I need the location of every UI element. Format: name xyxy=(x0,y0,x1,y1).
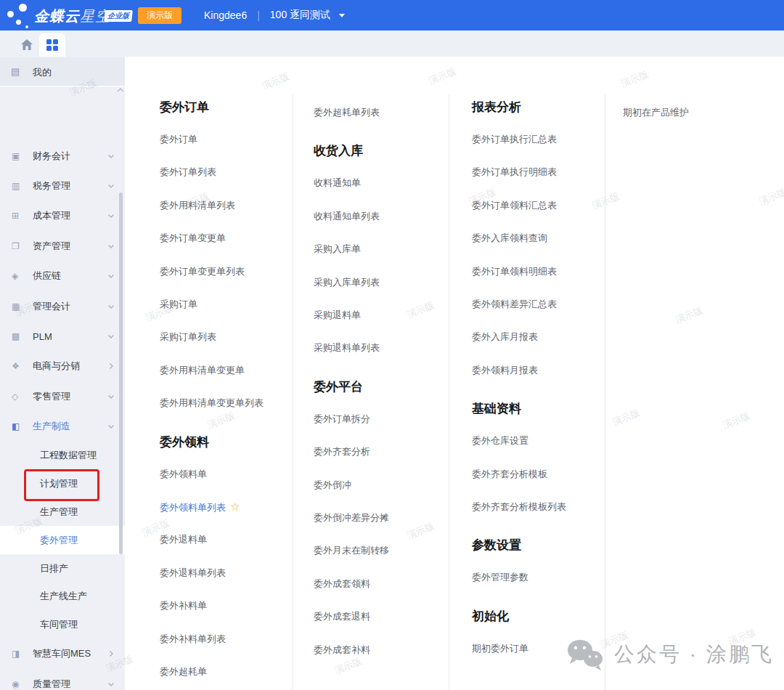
menu-item[interactable]: 委外补料单 xyxy=(160,598,207,613)
menu-item-label: 期初在产品维护 xyxy=(623,107,689,118)
menu-item[interactable]: 委外超耗单列表 xyxy=(314,105,380,120)
menu-item[interactable]: 委外补料单列表 xyxy=(160,632,226,646)
menu-item-label: 期初委外订单 xyxy=(472,643,528,654)
sidebar-subitem[interactable]: 工程数据管理 xyxy=(0,442,125,470)
menu-item-label: 委外仓库设置 xyxy=(472,435,528,446)
menu-item[interactable]: 收料通知单 xyxy=(314,176,361,190)
sidebar-item[interactable]: ◇零售管理 xyxy=(0,381,125,411)
menu-item-label: 采购入库单 xyxy=(314,243,361,254)
sidebar-subitem[interactable]: 生产管理 xyxy=(0,498,125,527)
menu-item[interactable]: 委外倒冲 xyxy=(314,478,351,492)
menu-item[interactable]: 委外用料清单变更单列表 xyxy=(160,396,264,410)
column-divider xyxy=(449,94,449,690)
menu-item[interactable]: 委外倒冲差异分摊 xyxy=(314,511,389,525)
sidebar-subitem[interactable]: 车间管理 xyxy=(0,611,125,639)
menu-item[interactable]: 委外用料清单列表 xyxy=(160,198,235,213)
menu-item[interactable]: 委外退料单列表 xyxy=(160,566,226,580)
menu-item-label: 委外领料差异汇总表 xyxy=(472,299,557,309)
sidebar-item[interactable]: ❖电商与分销 xyxy=(0,352,125,381)
menu-item[interactable]: 委外订单变更单列表 xyxy=(160,264,245,279)
menu-item[interactable]: 期初在产品维护 xyxy=(623,105,689,120)
menu-item[interactable]: 委外订单变更单 xyxy=(160,231,226,245)
sidebar-item[interactable]: ❐资产管理 xyxy=(0,231,125,261)
sidebar-item[interactable]: ◉质量管理 xyxy=(0,669,125,690)
menu-item[interactable]: 委外订单领料明细表 xyxy=(472,264,557,279)
menu-item[interactable]: 委外月末在制转移 xyxy=(314,543,389,558)
menu-item[interactable]: 委外入库领料查询 xyxy=(472,231,547,245)
sidebar-item[interactable]: ▥税务管理 xyxy=(0,171,125,200)
menu-item[interactable]: 委外订单执行明细表 xyxy=(472,165,557,179)
menu-item[interactable]: 收料通知单列表 xyxy=(314,209,380,224)
menu-item[interactable]: 期初委外订单 xyxy=(472,641,528,656)
chevron-down-icon[interactable] xyxy=(339,14,345,17)
sidebar-item-label: 我的 xyxy=(33,66,52,79)
menu-item[interactable]: 委外领料月报表 xyxy=(472,363,538,378)
sidebar-item[interactable]: ◨智慧车间MES xyxy=(0,639,125,669)
menu-item[interactable]: 委外管理参数 xyxy=(472,570,528,585)
menu-item[interactable]: 委外成套退料 xyxy=(314,609,370,624)
menu-section-header-label: 参数设置 xyxy=(472,538,521,552)
menu-item[interactable]: 委外订单拆分 xyxy=(314,412,370,426)
menu-section-header: 委外订单 xyxy=(160,100,209,115)
menu-item[interactable]: 委外退料单 xyxy=(160,532,207,547)
menu-item-label: 委外订单 xyxy=(160,134,197,145)
menu-item[interactable]: 委外订单 xyxy=(160,132,197,147)
sidebar-subitem-label: 日排产 xyxy=(40,562,68,575)
menu-section-header: 收货入库 xyxy=(314,143,363,159)
menu-item[interactable]: 委外领料差异汇总表 xyxy=(472,297,557,312)
sidebar-item[interactable]: ▩PLM xyxy=(0,321,125,351)
wechat-account-text: 公众号 · 涂鹏飞 xyxy=(614,641,774,668)
apps-menu-tab[interactable] xyxy=(39,33,65,57)
menu-item[interactable]: 委外齐套分析 xyxy=(314,445,370,459)
menu-item[interactable]: 委外领料单 xyxy=(160,467,207,482)
org-selector[interactable]: 100 逐同测试 xyxy=(270,9,330,22)
menu-item[interactable]: 采购退料单列表 xyxy=(314,341,380,355)
sidebar-subitem[interactable]: 委外管理 xyxy=(0,526,125,554)
account-name[interactable]: Kingdee6 xyxy=(204,9,247,21)
menu-item[interactable]: 委外齐套分析模板 xyxy=(472,467,547,482)
menu-item-label: 委外订单执行汇总表 xyxy=(472,134,557,145)
sidebar-subitem[interactable]: 日排产 xyxy=(0,554,125,583)
menu-item[interactable]: 采购订单列表 xyxy=(160,330,216,344)
sidebar-item[interactable]: ⊞成本管理 xyxy=(0,201,125,231)
menu-item[interactable]: 采购退料单 xyxy=(314,308,361,322)
smart-workshop-mes-icon: ◨ xyxy=(12,649,20,659)
menu-item[interactable]: 委外领料单列表☆ xyxy=(160,500,240,515)
home-tab[interactable] xyxy=(17,35,36,54)
menu-item[interactable]: 委外超耗单 xyxy=(160,665,207,679)
sidebar-item[interactable]: ◧生产制造 xyxy=(0,412,125,442)
menu-item[interactable]: 委外订单执行汇总表 xyxy=(472,132,557,147)
sidebar-item[interactable]: ▣财务会计 xyxy=(0,141,125,171)
sidebar-item-label: 税务管理 xyxy=(33,179,70,192)
manufacturing-icon: ◧ xyxy=(12,421,20,431)
chevron-down-icon xyxy=(107,212,115,219)
tab-bar xyxy=(0,31,784,57)
menu-item[interactable]: 委外齐套分析模板列表 xyxy=(472,500,566,514)
sidebar-subitem[interactable]: 计划管理 xyxy=(0,470,125,498)
menu-item[interactable]: 委外订单领料汇总表 xyxy=(472,198,557,213)
sidebar-item-my[interactable]: ▤ 我的 xyxy=(0,57,125,87)
menu-item[interactable]: 委外成套补料 xyxy=(314,643,370,657)
edition-badge: 企业版 xyxy=(104,10,133,22)
menu-item[interactable]: 委外入库月报表 xyxy=(472,330,538,344)
quality-management-icon: ◉ xyxy=(12,679,19,689)
sidebar-subitem-label: 工程数据管理 xyxy=(40,449,97,462)
favorite-star-icon[interactable]: ☆ xyxy=(230,500,240,513)
scroll-up-icon[interactable] xyxy=(116,87,125,93)
sidebar-subitem[interactable]: 生产线生产 xyxy=(0,583,125,611)
menu-item[interactable]: 委外仓库设置 xyxy=(472,434,528,448)
app-header: 金蝶云星空 企业版 演示版 Kingdee6 | 100 逐同测试 xyxy=(0,0,784,31)
sidebar-item-label: 供应链 xyxy=(33,269,61,283)
menu-content: 委外订单委外订单委外订单列表委外用料清单列表委外订单变更单委外订单变更单列表采购… xyxy=(125,57,784,690)
sidebar-item[interactable]: ◈供应链 xyxy=(0,261,125,291)
menu-section-header-label: 委外平台 xyxy=(314,380,363,394)
sidebar-scrollbar[interactable] xyxy=(119,192,123,554)
menu-item[interactable]: 委外订单列表 xyxy=(160,165,216,179)
menu-item[interactable]: 采购入库单列表 xyxy=(314,275,380,290)
sidebar-item[interactable]: ▦管理会计 xyxy=(0,291,125,321)
menu-item[interactable]: 采购入库单 xyxy=(314,242,361,256)
menu-item-label: 委外超耗单 xyxy=(160,666,207,677)
menu-item[interactable]: 委外用料清单变更单 xyxy=(160,363,245,378)
menu-item[interactable]: 采购订单 xyxy=(160,297,197,312)
menu-item[interactable]: 委外成套领料 xyxy=(314,577,370,591)
